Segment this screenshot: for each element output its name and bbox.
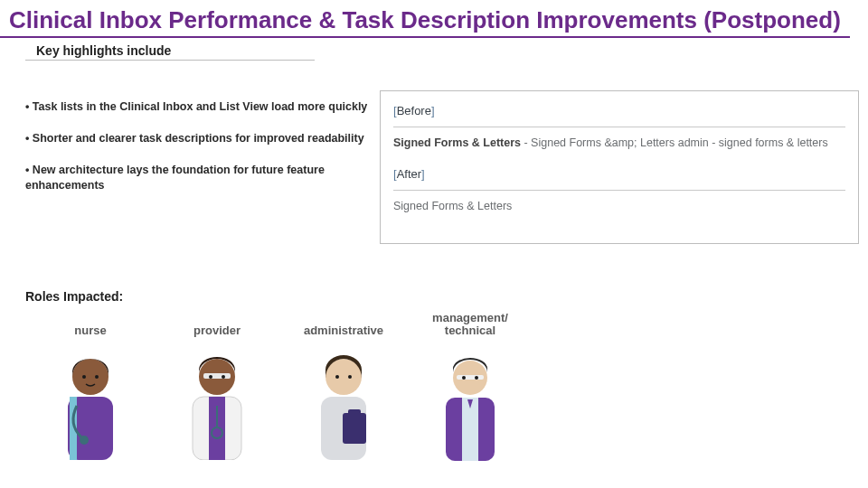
highlights-heading: Key highlights include xyxy=(36,43,868,58)
svg-rect-18 xyxy=(348,409,361,415)
svg-point-5 xyxy=(80,436,89,445)
role-label: provider xyxy=(172,312,262,337)
highlight-bullet: Task lists in the Clinical Inbox and Lis… xyxy=(25,99,369,115)
role-label: administrative xyxy=(298,312,389,337)
svg-point-3 xyxy=(82,375,86,379)
highlights-underline xyxy=(25,60,315,61)
svg-rect-9 xyxy=(203,373,231,379)
svg-point-4 xyxy=(95,375,99,379)
svg-point-2 xyxy=(72,359,108,395)
role-label: nurse xyxy=(45,312,136,337)
svg-rect-17 xyxy=(343,413,366,444)
divider xyxy=(393,190,845,191)
before-label: [Before] xyxy=(393,104,435,117)
svg-point-24 xyxy=(475,376,478,380)
nurse-icon xyxy=(50,343,131,460)
svg-point-10 xyxy=(209,375,212,379)
after-label: [After] xyxy=(393,167,425,181)
page-title: Clinical Inbox Performance & Task Descri… xyxy=(0,0,850,38)
role-nurse: nurse xyxy=(45,312,136,461)
role-provider: provider xyxy=(172,312,262,461)
highlight-bullet: Shorter and clearer task descriptions fo… xyxy=(25,131,369,146)
highlight-bullet: New architecture lays the foundation for… xyxy=(25,163,369,193)
svg-point-16 xyxy=(348,375,352,379)
role-label: management/ technical xyxy=(425,312,515,338)
after-sample-text: Signed Forms & Letters xyxy=(393,200,845,212)
roles-row: nurse provider administrative xyxy=(45,312,515,461)
svg-rect-22 xyxy=(457,375,484,380)
administrative-icon xyxy=(303,343,384,460)
role-management-technical: management/ technical xyxy=(425,312,515,461)
highlights-list: Task lists in the Clinical Inbox and Lis… xyxy=(25,99,369,210)
svg-point-23 xyxy=(462,376,466,380)
role-administrative: administrative xyxy=(298,312,389,461)
svg-point-15 xyxy=(335,375,339,379)
before-sample-text: Signed Forms & Letters - Signed Forms &a… xyxy=(393,136,845,149)
roles-heading: Roles Impacted: xyxy=(25,289,123,304)
svg-point-11 xyxy=(222,375,225,379)
before-after-panel: [Before] Signed Forms & Letters - Signed… xyxy=(380,90,859,244)
management-icon xyxy=(429,343,511,461)
provider-icon xyxy=(176,343,258,460)
divider xyxy=(393,127,845,127)
